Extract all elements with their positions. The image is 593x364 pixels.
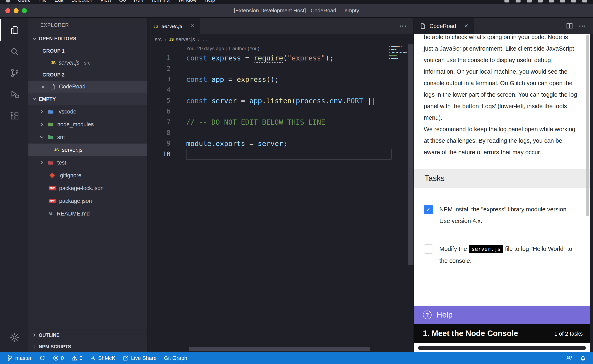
status-account-shmck[interactable]: ShMcK (86, 352, 119, 364)
activity-run-and-debug[interactable] (0, 84, 28, 105)
line-number[interactable]: 1 (148, 53, 171, 63)
menubar-icon[interactable] (560, 0, 565, 2)
menu-file[interactable]: File (39, 0, 47, 4)
scrollbar-thumb[interactable] (586, 35, 589, 216)
code-editor[interactable]: You, 20 days ago | 1 author (You) 1const… (148, 45, 413, 346)
menubar-icon[interactable] (571, 0, 576, 2)
code-line-5[interactable]: 5const server = app.listen(process.env.P… (148, 95, 392, 106)
menu-go[interactable]: Go (119, 0, 126, 4)
breadcrumb-src[interactable]: src (155, 36, 162, 42)
breadcrumb-server-js[interactable]: JSserver.js (169, 36, 195, 42)
status-live-share-invite[interactable] (563, 352, 576, 364)
apple-menu-icon[interactable] (6, 0, 10, 2)
close-editor-icon[interactable]: × (40, 83, 46, 90)
section-npm-scripts[interactable]: NPM SCRIPTS (28, 341, 147, 352)
status-git-branch[interactable]: master (3, 352, 35, 364)
section-outline[interactable]: OUTLINE (28, 329, 147, 341)
code-line-1[interactable]: 1const express = require("express"); (148, 53, 392, 63)
run-and-debug-icon (9, 89, 20, 99)
code-line-8[interactable]: 8 (148, 128, 392, 138)
menu-code[interactable]: Code (18, 0, 31, 4)
line-number[interactable]: 3 (148, 74, 171, 85)
collapsed-section-bar[interactable] (418, 346, 586, 350)
tree-item-node-modules[interactable]: node_modules (28, 118, 147, 131)
open-editor-server-js[interactable]: JSserver.jssrc (28, 57, 147, 69)
editor-vertical-scrollbar[interactable] (408, 45, 413, 346)
scrollbar-thumb[interactable] (189, 347, 370, 351)
menu-selection[interactable]: Selection (71, 0, 93, 4)
status-sync-changes[interactable] (35, 352, 49, 364)
menubar-icon[interactable] (549, 0, 554, 2)
menu-edit[interactable]: Edit (54, 0, 63, 4)
tree-item-vscode[interactable]: .vscode (28, 105, 147, 118)
webview-scrollbar[interactable] (586, 35, 590, 352)
line-number[interactable]: 10 (148, 149, 171, 160)
minimap[interactable] (389, 46, 407, 61)
menubar-icon[interactable] (527, 0, 532, 2)
close-tab-icon[interactable]: × (464, 22, 468, 30)
status-errors[interactable]: 0 (49, 352, 67, 364)
close-window-button[interactable] (5, 8, 10, 13)
line-number[interactable]: 7 (148, 117, 171, 128)
menubar-icon[interactable] (538, 0, 543, 2)
activity-search[interactable] (0, 41, 28, 62)
open-editor-coderoad[interactable]: ×CodeRoad (28, 81, 147, 92)
line-number[interactable]: 9 (148, 138, 171, 149)
tree-item-test[interactable]: test (28, 156, 147, 169)
tab-server-js[interactable]: JS server.js × (148, 18, 200, 34)
scrollbar-thumb[interactable] (408, 45, 413, 265)
tree-item-gitignore[interactable]: .gitignore (28, 169, 147, 182)
section-workspace-empty[interactable]: EMPTY (28, 92, 147, 105)
menubar-icon[interactable] (516, 0, 520, 2)
task-checkbox-unchecked[interactable] (424, 244, 433, 254)
status-warnings[interactable]: 0 (67, 352, 86, 364)
menu-help[interactable]: Help (205, 0, 215, 4)
tree-item-package-json[interactable]: npmpackage.json (28, 195, 147, 207)
lesson-footer[interactable]: 1. Meet the Node Console 1 of 2 tasks (414, 324, 590, 343)
tree-item-package-lock-json[interactable]: npmpackage-lock.json (28, 182, 147, 195)
line-number[interactable]: 2 (148, 63, 171, 74)
zoom-window-button[interactable] (22, 8, 27, 13)
menubar-icon[interactable] (582, 0, 587, 2)
tree-item-server-js[interactable]: JSserver.js (28, 143, 147, 156)
activity-manage[interactable] (0, 327, 28, 348)
tree-item-readme-md[interactable]: M↓README.md (28, 207, 147, 220)
minimize-window-button[interactable] (13, 8, 19, 13)
split-editor-icon[interactable] (566, 23, 573, 29)
activity-source-control[interactable] (0, 62, 28, 84)
breadcrumb-[interactable]: … (202, 36, 207, 42)
tab-coderoad[interactable]: CodeRoad × (414, 18, 474, 34)
code-line-2[interactable]: 2 (148, 63, 392, 74)
titlebar[interactable]: [Extension Development Host] - CodeRoad … (0, 4, 593, 18)
menubar-icon[interactable] (505, 0, 509, 2)
menu-terminal[interactable]: Terminal (151, 0, 171, 4)
line-number[interactable]: 6 (148, 106, 171, 117)
menu-run[interactable]: Run (134, 0, 143, 4)
line-number[interactable]: 4 (148, 85, 171, 95)
codelens[interactable]: You, 20 days ago | 1 author (You) (186, 45, 413, 53)
status-live-share[interactable]: Live Share (119, 352, 160, 364)
help-bar[interactable]: ? Help (414, 306, 590, 324)
section-open-editors[interactable]: OPEN EDITORS (28, 32, 147, 45)
breadcrumbs[interactable]: src›JSserver.js›… (148, 34, 413, 45)
line-number[interactable]: 8 (148, 128, 171, 138)
editor-more-actions-icon[interactable]: ⋯ (399, 21, 407, 30)
tree-item-src[interactable]: src (28, 131, 147, 143)
task-checkbox-checked[interactable]: ✓ (424, 205, 433, 214)
close-tab-icon[interactable]: × (191, 22, 195, 30)
code-line-6[interactable]: 6 (148, 106, 392, 117)
editor-horizontal-scrollbar[interactable] (148, 346, 413, 352)
menu-window[interactable]: Window (178, 0, 197, 4)
line-number[interactable]: 5 (148, 95, 171, 106)
activity-explorer[interactable] (0, 19, 28, 41)
code-line-10[interactable]: 10 (148, 149, 392, 160)
status-notifications[interactable] (576, 352, 590, 364)
code-line-3[interactable]: 3const app = express(); (148, 74, 392, 85)
menu-view[interactable]: View (100, 0, 111, 4)
code-line-4[interactable]: 4 (148, 85, 392, 95)
panel-more-actions-icon[interactable]: ⋯ (579, 21, 586, 30)
code-line-7[interactable]: 7// -- DO NOT EDIT BELOW THIS LINE (148, 117, 392, 128)
code-line-9[interactable]: 9module.exports = server; (148, 138, 392, 149)
status-git-graph[interactable]: Git Graph (160, 352, 191, 364)
activity-extensions[interactable] (0, 105, 28, 126)
